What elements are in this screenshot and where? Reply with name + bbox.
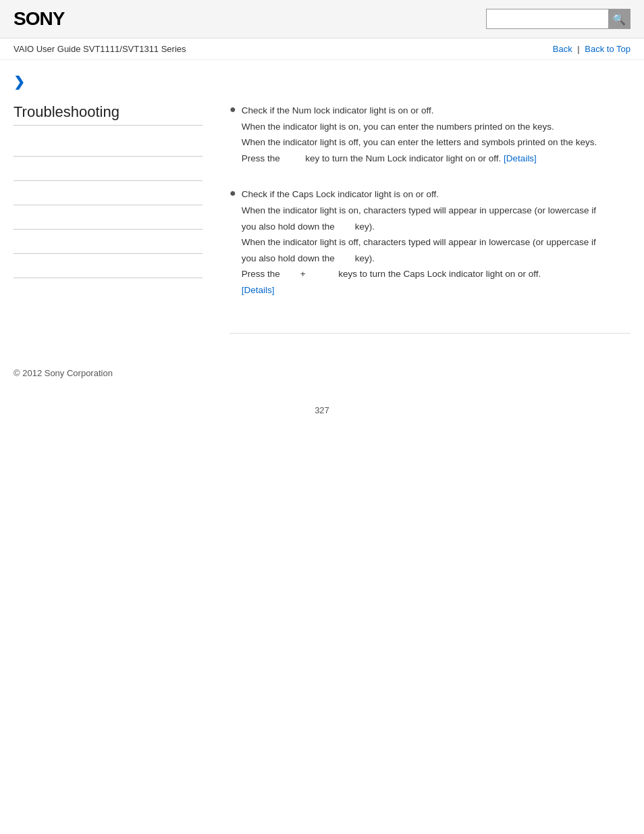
footer: © 2012 Sony Corporation	[0, 347, 644, 392]
search-box: 🔍	[486, 9, 630, 29]
numlock-line3: When the indicator light is off, you can…	[242, 135, 597, 150]
numlock-line1: Check if the Num lock indicator light is…	[242, 103, 597, 118]
content-text-numlock: Check if the Num lock indicator light is…	[242, 103, 597, 167]
capslock-line1: Check if the Caps Lock indicator light i…	[242, 187, 596, 202]
list-item	[14, 157, 203, 181]
capslock-details: [Details]	[242, 283, 596, 298]
list-item	[14, 205, 203, 230]
back-link[interactable]: Back	[553, 44, 572, 54]
main-content: Troubleshooting ● Check if the Num lock …	[0, 97, 644, 347]
list-item	[14, 254, 203, 278]
header: SONY 🔍	[0, 0, 644, 38]
sidebar: Troubleshooting	[14, 97, 216, 347]
nav-separator: |	[577, 44, 579, 54]
sidebar-items	[14, 132, 203, 278]
chevron-icon[interactable]: ❯	[14, 74, 25, 89]
breadcrumb-area: ❯	[0, 60, 644, 97]
numlock-details-link[interactable]: [Details]	[504, 153, 537, 163]
bullet-icon: ●	[230, 103, 236, 115]
sidebar-title: Troubleshooting	[14, 103, 203, 126]
bullet-icon: ●	[230, 187, 236, 199]
numlock-line4: Press the key to turn the Num Lock indic…	[242, 151, 597, 166]
capslock-details-link[interactable]: [Details]	[242, 285, 275, 295]
page-number: 327	[0, 392, 644, 429]
capslock-line4: When the indicator light is off, charact…	[242, 235, 596, 250]
list-item	[14, 181, 203, 205]
search-button[interactable]: 🔍	[608, 9, 630, 28]
nav-links: Back | Back to Top	[553, 44, 630, 54]
numlock-line2: When the indicator light is on, you can …	[242, 120, 597, 134]
capslock-line6: Press the + keys to turn the Caps Lock i…	[242, 267, 596, 282]
capslock-line5: you also hold down the key).	[242, 251, 596, 266]
content-item-capslock: ● Check if the Caps Lock indicator light…	[230, 187, 630, 305]
content-area: ● Check if the Num lock indicator light …	[216, 97, 630, 347]
content-list: ● Check if the Num lock indicator light …	[230, 103, 630, 306]
back-to-top-link[interactable]: Back to Top	[585, 44, 630, 54]
search-icon: 🔍	[612, 13, 626, 26]
guide-title: VAIO User Guide SVT1111/SVT1311 Series	[14, 44, 186, 54]
list-item	[14, 230, 203, 254]
capslock-line2: When the indicator light is on, characte…	[242, 203, 596, 218]
copyright: © 2012 Sony Corporation	[14, 368, 113, 378]
capslock-line3: you also hold down the key).	[242, 219, 596, 234]
list-item	[14, 132, 203, 157]
content-section: ● Check if the Num lock indicator light …	[230, 103, 630, 334]
content-item-numlock: ● Check if the Num lock indicator light …	[230, 103, 630, 174]
nav-bar: VAIO User Guide SVT1111/SVT1311 Series B…	[0, 38, 644, 60]
sony-logo: SONY	[14, 8, 64, 30]
content-text-capslock: Check if the Caps Lock indicator light i…	[242, 187, 596, 298]
search-input[interactable]	[487, 9, 608, 28]
